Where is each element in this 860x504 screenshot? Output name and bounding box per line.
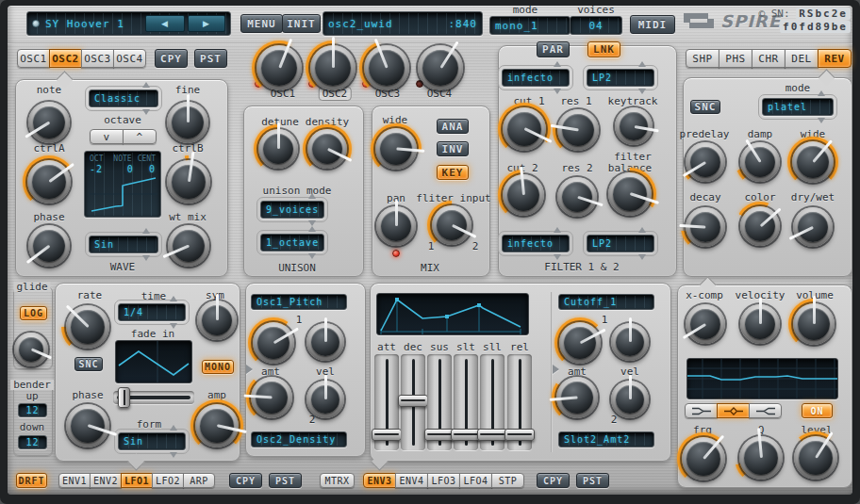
slider-handle[interactable] <box>398 395 428 407</box>
slider-handle[interactable] <box>477 429 507 441</box>
eq-lowshelf-button[interactable] <box>685 403 718 418</box>
matrix-r-vel2-knob[interactable] <box>610 380 650 419</box>
filter1-slope-select[interactable]: LP2 <box>587 69 654 87</box>
tab-lfo1[interactable]: LFO1 <box>121 473 153 488</box>
spinner-up-icon[interactable] <box>308 193 316 199</box>
slider-handle[interactable] <box>504 429 535 441</box>
xcomp-knob[interactable] <box>685 303 726 345</box>
spinner-down-icon[interactable] <box>554 254 561 260</box>
osc4-level-knob[interactable] <box>417 44 464 91</box>
velocity-knob[interactable] <box>739 303 781 345</box>
matrix-slot1-select[interactable]: Osc1_Pitch <box>251 294 347 310</box>
matrix-r-slot1-select[interactable]: Cutoff_1 <box>558 294 654 310</box>
spinner-up-icon[interactable] <box>638 61 646 67</box>
tab-osc2[interactable]: OSC2 <box>49 49 82 68</box>
tab-env2[interactable]: ENV2 <box>90 473 122 488</box>
predelay-knob[interactable] <box>685 141 726 183</box>
tab-del[interactable]: DEL <box>785 49 819 68</box>
tab-osc4[interactable]: OSC4 <box>113 49 146 68</box>
fadein-slider[interactable] <box>113 391 194 404</box>
tab-arp[interactable]: ARP <box>183 473 215 488</box>
filter2-type-select[interactable]: infecto <box>502 235 570 252</box>
mod1-copy-button[interactable]: CPY <box>229 473 262 488</box>
cut1-knob[interactable] <box>502 106 547 152</box>
log-button[interactable]: LOG <box>20 306 47 320</box>
slider-handle[interactable] <box>118 387 130 408</box>
tab-stp[interactable]: STP <box>491 473 524 488</box>
level-knob[interactable] <box>793 435 838 480</box>
sll-slider[interactable] <box>480 354 504 450</box>
param-display[interactable]: osc2_uwid :840 <box>322 11 483 36</box>
spinner-down-icon[interactable] <box>142 109 150 115</box>
amp-knob[interactable] <box>194 403 240 448</box>
mod2-copy-button[interactable]: CPY <box>537 473 570 488</box>
preset-next-button[interactable]: ▶ <box>188 15 225 32</box>
wave-display[interactable]: OCT NOTE CENT -2 0 0 <box>84 151 161 218</box>
slider-handle[interactable] <box>372 429 402 441</box>
sus-slider[interactable] <box>427 354 452 450</box>
osc-phase-knob[interactable] <box>27 224 71 268</box>
midi-button[interactable]: MIDI <box>630 15 675 34</box>
tab-chr[interactable]: CHR <box>752 49 786 68</box>
note-knob[interactable] <box>27 101 71 144</box>
wave-form-select[interactable]: Sin <box>89 236 158 253</box>
spinner-down-icon[interactable] <box>638 254 646 260</box>
bender-up-value[interactable]: 12 <box>18 403 47 417</box>
ctrl-a-knob[interactable] <box>26 159 72 204</box>
key-button[interactable]: KEY <box>437 165 469 180</box>
filter2-slope-select[interactable]: LP2 <box>587 235 654 252</box>
eq-bell-button[interactable] <box>717 403 750 418</box>
spinner-down-icon[interactable] <box>638 89 646 94</box>
matrix-l-vel1-knob[interactable] <box>306 322 345 362</box>
menu-button[interactable]: MENU <box>240 14 283 33</box>
spinner-up-icon[interactable] <box>142 82 150 88</box>
q-knob[interactable] <box>738 435 784 480</box>
res2-knob[interactable] <box>556 176 598 218</box>
par-button[interactable]: PAR <box>537 41 570 57</box>
density-knob[interactable] <box>306 128 348 170</box>
tab-osc3[interactable]: OSC3 <box>81 49 114 68</box>
mod1-paste-button[interactable]: PST <box>269 473 302 488</box>
bender-down-value[interactable]: 12 <box>18 435 47 449</box>
matrix-l-amt2-knob[interactable] <box>250 376 293 419</box>
matrix-r-slot2-select[interactable]: Slot2_Amt2 <box>558 431 654 447</box>
unison-octave-select[interactable]: 1_octave <box>260 234 324 252</box>
res1-knob[interactable] <box>556 108 600 152</box>
rate-knob[interactable] <box>65 304 110 350</box>
spinner-up-icon[interactable] <box>818 90 825 96</box>
wtmix-knob[interactable] <box>167 224 210 268</box>
octave-up-button[interactable]: ^ <box>123 129 157 144</box>
spinner-down-icon[interactable] <box>308 253 316 259</box>
cut2-knob[interactable] <box>502 173 545 217</box>
matrix-r-amt2-knob[interactable] <box>555 376 599 419</box>
tab-rev[interactable]: REV <box>818 49 852 68</box>
ctrl-b-knob[interactable] <box>166 159 211 204</box>
form-select[interactable]: Sin <box>118 432 186 450</box>
octave-down-button[interactable]: v <box>90 129 124 144</box>
spinner-down-icon[interactable] <box>554 89 561 94</box>
osc-wave-select[interactable]: Classic <box>89 89 158 107</box>
fx-mode-select[interactable]: platel <box>762 98 834 116</box>
matrix-l-amt1-knob[interactable] <box>252 321 295 365</box>
filter-input-knob[interactable] <box>431 204 472 246</box>
preset-display[interactable]: SY Hoover 1 ◀ ▶ <box>26 11 231 36</box>
init-button[interactable]: INIT <box>282 14 321 33</box>
osc-copy-button[interactable]: CPY <box>155 49 188 68</box>
filter-balance-knob[interactable] <box>607 171 653 217</box>
lfo-phase-knob[interactable] <box>65 403 110 448</box>
spinner-up-icon[interactable] <box>170 425 177 431</box>
mix-wide-knob[interactable] <box>374 127 418 171</box>
matrix-r-vel1-knob[interactable] <box>610 322 650 362</box>
tab-lfo2[interactable]: LFO2 <box>152 473 184 488</box>
matrix-l-vel2-knob[interactable] <box>306 380 345 419</box>
fx-snc-button[interactable]: SNC <box>690 100 720 114</box>
mono-button[interactable]: MONO <box>202 360 234 374</box>
damp-knob[interactable] <box>739 141 781 183</box>
rel-slider[interactable] <box>507 354 532 450</box>
tab-env3[interactable]: ENV3 <box>363 473 396 488</box>
mod2-paste-button[interactable]: PST <box>576 473 609 488</box>
matrix-r-amt1-knob[interactable] <box>558 321 602 365</box>
fx-wide-knob[interactable] <box>791 140 835 184</box>
tab-osc1[interactable]: OSC1 <box>17 49 50 68</box>
inv-button[interactable]: INV <box>437 141 469 156</box>
